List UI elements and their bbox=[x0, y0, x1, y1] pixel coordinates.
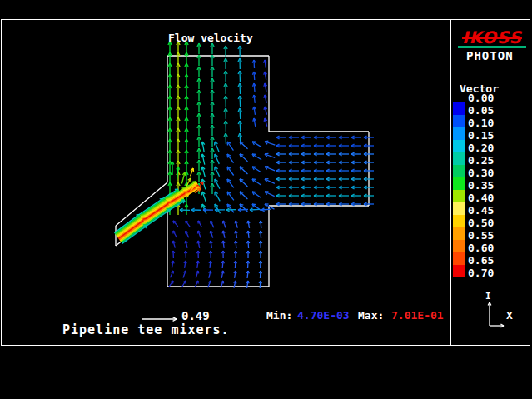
legend-swatch bbox=[453, 102, 465, 115]
legend-value: 0.45 bbox=[468, 204, 494, 217]
legend-swatch bbox=[453, 240, 465, 252]
legend-value: 0.70 bbox=[468, 267, 494, 279]
legend-swatch bbox=[453, 265, 465, 277]
legend-value: 0.15 bbox=[468, 129, 494, 142]
vendor-logo: IKOSS bbox=[457, 27, 527, 47]
legend-value: 0.25 bbox=[468, 154, 494, 167]
app-name: PHOTON bbox=[466, 50, 514, 62]
logo-underline bbox=[458, 46, 526, 48]
legend-swatch bbox=[453, 152, 465, 165]
max-value: 7.01E-01 bbox=[391, 310, 444, 321]
legend-value: 0.35 bbox=[468, 179, 494, 192]
legend-value: 0.00 bbox=[468, 92, 494, 104]
legend-value: 0.40 bbox=[468, 192, 494, 204]
legend-value: 0.20 bbox=[468, 142, 494, 154]
legend-swatch bbox=[453, 177, 465, 190]
legend-value: 0.10 bbox=[468, 117, 494, 129]
photon-window: Flow velocity 0.49 Min: 4.70E-03 Max: 7.… bbox=[0, 0, 532, 399]
min-label: Min: bbox=[266, 310, 292, 321]
panel-divider bbox=[450, 20, 451, 345]
legend-swatch bbox=[453, 127, 465, 140]
legend-value: 0.60 bbox=[468, 242, 494, 254]
legend-value: 0.50 bbox=[468, 217, 494, 229]
legend-swatch bbox=[453, 227, 465, 240]
legend-swatch bbox=[453, 165, 465, 177]
horizontal-axis-label: X bbox=[506, 310, 513, 321]
legend-swatch bbox=[453, 215, 465, 227]
legend-swatch bbox=[453, 252, 465, 265]
reference-vector-value: 0.49 bbox=[181, 310, 210, 322]
legend-swatch bbox=[453, 202, 465, 215]
legend-swatch bbox=[453, 115, 465, 127]
legend-value: 0.55 bbox=[468, 229, 494, 242]
min-value: 4.70E-03 bbox=[297, 310, 350, 321]
legend-swatch bbox=[453, 190, 465, 202]
plot-caption: Pipeline tee mixers. bbox=[62, 324, 230, 337]
legend-value: 0.65 bbox=[468, 254, 494, 267]
legend-value: 0.30 bbox=[468, 167, 494, 179]
legend-swatch bbox=[453, 140, 465, 152]
vertical-axis-label: I bbox=[485, 292, 491, 301]
max-label: Max: bbox=[358, 310, 384, 321]
plot-title: Flow velocity bbox=[168, 32, 253, 43]
legend-value: 0.05 bbox=[468, 104, 494, 117]
